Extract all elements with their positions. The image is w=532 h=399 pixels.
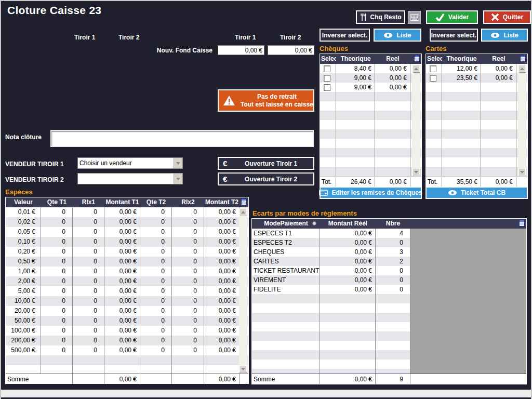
especes-rlx1-cell[interactable]: 0 xyxy=(73,257,104,267)
especes-rlx2-cell[interactable]: 0 xyxy=(172,207,204,217)
especes-rlx2-cell[interactable]: 0 xyxy=(172,316,204,326)
valider-button[interactable]: Valider xyxy=(426,10,478,24)
especes-qte-t1-cell[interactable]: 0 xyxy=(41,227,73,237)
cheques-reel-cell[interactable]: 0,00 € xyxy=(375,64,410,73)
especes-rlx1-cell[interactable]: 0 xyxy=(73,286,104,296)
scroll-up-button[interactable] xyxy=(518,65,526,72)
especes-qte-t1-cell[interactable]: 0 xyxy=(41,316,73,326)
scroll-down-button[interactable] xyxy=(413,168,420,176)
especes-qte-t1-cell[interactable]: 0 xyxy=(41,276,73,286)
especes-qte-t1-cell[interactable]: 0 xyxy=(41,207,73,217)
especes-qte-t2-cell[interactable]: 0 xyxy=(140,316,172,326)
especes-rlx1-cell[interactable]: 0 xyxy=(73,207,104,217)
especes-rlx1-cell[interactable]: 0 xyxy=(73,227,104,237)
especes-qte-t2-cell[interactable]: 0 xyxy=(140,217,172,227)
especes-rlx1-cell[interactable]: 0 xyxy=(73,267,104,276)
especes-qte-t1-cell[interactable]: 0 xyxy=(41,217,73,227)
cheques-reel-cell[interactable]: 0,00 € xyxy=(375,83,410,92)
especes-qte-t1-cell[interactable]: 0 xyxy=(41,326,73,336)
especes-rlx1-cell[interactable]: 0 xyxy=(73,217,104,227)
inverser-select-cartes-button[interactable]: Inverser select. xyxy=(430,29,478,42)
fond-caisse-tiroir1-input[interactable] xyxy=(218,45,264,55)
especes-rlx2-cell[interactable]: 0 xyxy=(172,227,204,237)
chevron-down-icon[interactable] xyxy=(174,158,182,168)
especes-qte-t2-cell[interactable]: 0 xyxy=(140,296,172,306)
editer-remises-cheques-button[interactable]: Editer les remises de Chèques xyxy=(320,187,422,199)
especes-qte-t2-cell[interactable]: 0 xyxy=(140,326,172,336)
especes-qte-t1-cell[interactable]: 0 xyxy=(41,345,73,355)
especes-rlx2-cell[interactable]: 0 xyxy=(172,286,204,296)
especes-qte-t2-cell[interactable]: 0 xyxy=(140,247,172,257)
especes-scrollbar[interactable] xyxy=(239,208,247,373)
especes-qte-t2-cell[interactable]: 0 xyxy=(140,237,172,247)
especes-qte-t2-cell[interactable]: 0 xyxy=(140,306,172,316)
cartes-scrollbar[interactable] xyxy=(518,65,526,176)
scroll-up-button[interactable] xyxy=(413,65,420,72)
chevron-down-icon[interactable] xyxy=(174,174,182,184)
especes-qte-t2-cell[interactable]: 0 xyxy=(140,257,172,267)
especes-qte-t1-cell[interactable]: 0 xyxy=(41,247,73,257)
especes-rlx2-cell[interactable]: 0 xyxy=(172,267,204,276)
quitter-button[interactable]: Quitter xyxy=(483,10,531,24)
nota-cloture-input[interactable] xyxy=(50,130,314,147)
especes-rlx1-cell[interactable]: 0 xyxy=(73,306,104,316)
especes-rlx2-cell[interactable]: 0 xyxy=(172,345,204,355)
ouverture-tiroir2-button[interactable]: € Ouverture Tiroir 2 xyxy=(218,172,314,185)
especes-qte-t1-cell[interactable]: 0 xyxy=(41,267,73,276)
especes-rlx1-cell[interactable]: 0 xyxy=(73,316,104,326)
especes-rlx2-cell[interactable]: 0 xyxy=(172,237,204,247)
vendeur-tiroir1-select[interactable]: Choisir un vendeur xyxy=(77,157,183,169)
scroll-down-button[interactable] xyxy=(240,365,247,373)
especes-qte-t2-cell[interactable]: 0 xyxy=(140,267,172,276)
cheques-row-checkbox[interactable] xyxy=(324,75,330,82)
cheques-row-checkbox[interactable] xyxy=(324,84,330,91)
especes-qte-t1-cell[interactable]: 0 xyxy=(41,296,73,306)
scroll-up-button[interactable] xyxy=(240,208,247,216)
chq-resto-button[interactable]: Chq Resto xyxy=(356,10,405,24)
especes-rlx1-cell[interactable]: 0 xyxy=(73,336,104,345)
scroll-down-button[interactable] xyxy=(518,168,526,176)
especes-qte-t1-cell[interactable]: 0 xyxy=(41,306,73,316)
especes-rlx1-cell[interactable]: 0 xyxy=(73,237,104,247)
especes-qte-t1-cell[interactable]: 0 xyxy=(41,257,73,267)
especes-qte-t1-cell[interactable]: 0 xyxy=(41,286,73,296)
especes-rlx2-cell[interactable]: 0 xyxy=(172,217,204,227)
especes-rlx2-cell[interactable]: 0 xyxy=(172,247,204,257)
especes-qte-t1-cell[interactable]: 0 xyxy=(41,336,73,345)
especes-qte-t2-cell[interactable]: 0 xyxy=(140,227,172,237)
especes-rlx1-cell[interactable]: 0 xyxy=(73,296,104,306)
cheques-reel-cell xyxy=(375,92,410,101)
liste-cartes-button[interactable]: Liste xyxy=(481,29,528,42)
cartes-reel-cell[interactable]: 0,00 € xyxy=(481,64,516,73)
ouverture-tiroir1-button[interactable]: € Ouverture Tiroir 1 xyxy=(218,157,314,170)
especes-rlx2-cell[interactable]: 0 xyxy=(172,306,204,316)
cheques-reel-cell[interactable]: 0,00 € xyxy=(375,73,410,83)
keyboard-button[interactable] xyxy=(408,11,421,24)
especes-qte-t2-cell[interactable]: 0 xyxy=(140,286,172,296)
cheques-row-checkbox[interactable] xyxy=(324,65,330,72)
especes-rlx2-cell[interactable]: 0 xyxy=(172,296,204,306)
especes-qte-t2-cell[interactable]: 0 xyxy=(140,276,172,286)
cheques-scrollbar[interactable] xyxy=(412,65,420,176)
inverser-select-cheques-button[interactable]: Inverser select. xyxy=(320,29,370,42)
cartes-row-checkbox[interactable] xyxy=(430,75,436,82)
cartes-row-checkbox[interactable] xyxy=(430,65,436,72)
especes-rlx1-cell[interactable]: 0 xyxy=(73,247,104,257)
liste-cheques-button[interactable]: Liste xyxy=(374,29,421,42)
cartes-reel-cell[interactable]: 0,00 € xyxy=(481,73,516,83)
especes-rlx1-cell[interactable]: 0 xyxy=(73,326,104,336)
vendeur-tiroir2-select[interactable] xyxy=(77,173,183,184)
search-icon[interactable] xyxy=(312,220,318,229)
especes-rlx2-cell[interactable]: 0 xyxy=(172,276,204,286)
especes-qte-t1-cell[interactable]: 0 xyxy=(41,237,73,247)
especes-qte-t2-cell[interactable]: 0 xyxy=(140,336,172,345)
especes-qte-t2-cell[interactable]: 0 xyxy=(140,345,172,355)
especes-qte-t2-cell[interactable]: 0 xyxy=(140,207,172,217)
fond-caisse-tiroir2-input[interactable] xyxy=(268,45,314,55)
ticket-total-cb-button[interactable]: Ticket Total CB xyxy=(425,187,528,199)
especes-rlx2-cell[interactable]: 0 xyxy=(172,326,204,336)
especes-rlx2-cell[interactable]: 0 xyxy=(172,336,204,345)
especes-rlx2-cell[interactable]: 0 xyxy=(172,257,204,267)
especes-rlx1-cell[interactable]: 0 xyxy=(73,345,104,355)
especes-rlx1-cell[interactable]: 0 xyxy=(73,276,104,286)
